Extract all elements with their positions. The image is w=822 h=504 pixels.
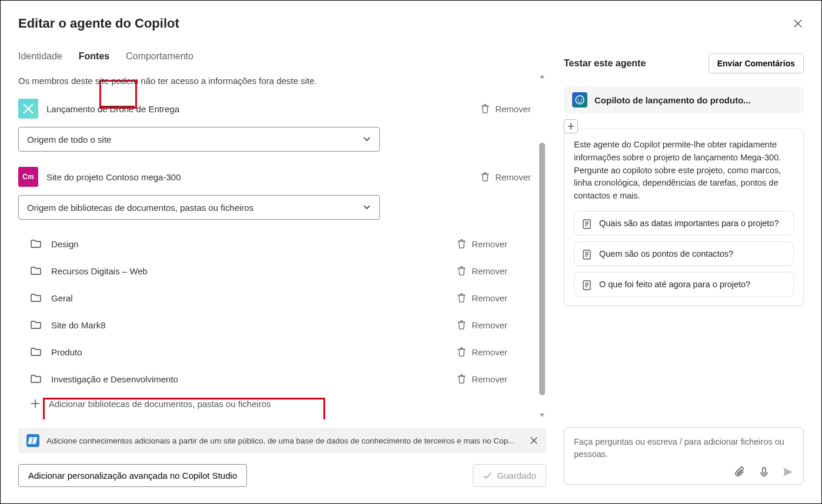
trash-icon xyxy=(480,103,490,114)
tab-identity[interactable]: Identidade xyxy=(18,51,62,68)
close-button[interactable] xyxy=(792,18,804,29)
remove-label: Remover xyxy=(495,172,531,182)
remove-label: Remover xyxy=(472,374,507,384)
add-libraries-button[interactable]: Adicionar bibliotecas de documentos, pas… xyxy=(26,392,534,415)
folder-icon xyxy=(30,238,42,250)
scrollbar[interactable] xyxy=(538,72,546,419)
trash-icon xyxy=(456,266,467,276)
folder-row: Design Remover xyxy=(30,230,534,257)
tabs: Identidade Fontes Comportamento xyxy=(18,51,546,68)
agent-avatar-icon xyxy=(572,92,587,107)
trash-icon xyxy=(456,347,467,357)
test-agent-heading: Testar este agente xyxy=(564,58,646,69)
plus-icon xyxy=(567,122,575,130)
chat-input[interactable]: Faça perguntas ou escreva / para adicion… xyxy=(564,427,804,485)
dropdown-label: Origem de todo o site xyxy=(27,135,111,145)
info-bar: Adicione conhecimentos adicionais a part… xyxy=(18,428,546,453)
remove-label: Remover xyxy=(472,347,507,357)
add-libraries-label: Adicionar bibliotecas de documentos, pas… xyxy=(49,399,271,409)
info-bar-close[interactable] xyxy=(530,436,538,445)
tab-sources[interactable]: Fontes xyxy=(79,51,109,68)
dropdown-site-scope-2[interactable]: Origem de bibliotecas de documentos, pas… xyxy=(18,195,380,220)
mic-icon[interactable] xyxy=(758,466,770,478)
folder-label: Investigação e Desenvolvimento xyxy=(51,374,443,384)
saved-status-button: Guardado xyxy=(473,464,546,487)
folder-icon xyxy=(30,319,42,331)
suggestion-text: Quem são os pontos de contactos? xyxy=(599,248,733,260)
source-site-drone: Lançamento de Drone de Entrega Remover xyxy=(18,94,534,123)
dropdown-site-scope-1[interactable]: Origem de todo o site xyxy=(18,127,380,152)
chat-input-placeholder: Faça perguntas ou escreva / para adicion… xyxy=(574,436,794,462)
remove-label: Remover xyxy=(472,320,507,330)
folder-icon xyxy=(30,346,42,358)
source-site-label: Site do projeto Contoso mega-300 xyxy=(46,172,468,182)
trash-icon xyxy=(456,320,467,330)
folder-icon xyxy=(30,373,42,385)
scrollbar-down[interactable] xyxy=(538,411,546,419)
folder-icon xyxy=(30,292,42,304)
trash-icon xyxy=(456,374,467,384)
remove-site-contoso[interactable]: Remover xyxy=(476,169,534,184)
info-bar-text: Adicione conhecimentos adicionais a part… xyxy=(46,436,523,445)
folder-row: Investigação e Desenvolvimento Remover xyxy=(30,365,534,392)
remove-folder[interactable]: Remover xyxy=(453,371,511,387)
chevron-down-icon xyxy=(363,135,371,143)
page-title: Editar o agente do Copilot xyxy=(18,16,179,31)
remove-site-drone[interactable]: Remover xyxy=(476,101,534,116)
chevron-down-icon xyxy=(363,203,371,211)
tab-behavior[interactable]: Comportamento xyxy=(126,51,193,68)
dropdown-label: Origem de bibliotecas de documentos, pas… xyxy=(27,203,253,213)
trash-icon xyxy=(456,238,467,249)
drone-site-icon xyxy=(18,99,38,119)
note-icon xyxy=(582,280,592,290)
trash-icon xyxy=(456,293,467,303)
send-feedback-button[interactable]: Enviar Comentários xyxy=(709,53,804,73)
scrollbar-thumb[interactable] xyxy=(539,143,545,395)
check-icon xyxy=(483,471,492,481)
agent-header: Copiloto de lançamento do produto... xyxy=(564,86,804,113)
remove-label: Remover xyxy=(472,293,507,303)
remove-folder[interactable]: Remover xyxy=(453,263,511,278)
attach-icon[interactable] xyxy=(735,466,747,478)
folder-label: Design xyxy=(51,239,443,249)
remove-folder[interactable]: Remover xyxy=(453,317,511,332)
send-icon[interactable] xyxy=(782,466,794,478)
folder-icon xyxy=(30,265,42,277)
folder-label: Site do Mark8 xyxy=(51,320,443,330)
scrollbar-up[interactable] xyxy=(538,72,546,80)
contoso-site-icon: Cm xyxy=(18,167,38,187)
remove-label: Remover xyxy=(472,266,507,276)
saved-label: Guardado xyxy=(497,471,536,481)
plus-icon xyxy=(30,398,41,409)
folder-row: Geral Remover xyxy=(30,284,534,311)
folder-row: Site do Mark8 Remover xyxy=(30,311,534,338)
suggestion-text: O que foi feito até agora para o projeto… xyxy=(599,278,750,290)
remove-label: Remover xyxy=(472,239,507,249)
suggestion-text: Quais são as datas importantes para o pr… xyxy=(599,217,778,229)
suggestion-2[interactable]: Quem são os pontos de contactos? xyxy=(574,241,794,266)
suggestion-1[interactable]: Quais são as datas importantes para o pr… xyxy=(574,211,794,236)
agent-intro-text: Este agente do Copilot permite-lhe obter… xyxy=(574,139,794,203)
folder-row: Recursos Digitais – Web Remover xyxy=(30,257,534,284)
folder-label: Produto xyxy=(51,347,443,357)
add-to-chat-button[interactable] xyxy=(564,119,578,133)
remove-folder[interactable]: Remover xyxy=(453,344,511,359)
folder-label: Geral xyxy=(51,293,443,303)
advanced-customization-button[interactable]: Adicionar personalização avançada no Cop… xyxy=(18,464,247,487)
folder-row: Produto Remover xyxy=(30,338,534,365)
trash-icon xyxy=(480,172,490,182)
source-site-contoso: Cm Site do projeto Contoso mega-300 Remo… xyxy=(18,162,534,191)
folder-label: Recursos Digitais – Web xyxy=(51,266,443,276)
sources-note: Os membros deste site podem não ter aces… xyxy=(18,76,534,86)
remove-folder[interactable]: Remover xyxy=(453,236,511,251)
agent-intro-card: Este agente do Copilot permite-lhe obter… xyxy=(564,129,804,306)
agent-name: Copiloto de lançamento do produto... xyxy=(594,95,796,105)
folder-list: Design Remover Recursos Digitais – Web R… xyxy=(18,230,534,392)
copilot-studio-icon xyxy=(26,434,39,447)
note-icon xyxy=(582,219,592,229)
remove-label: Remover xyxy=(495,104,531,114)
suggestion-3[interactable]: O que foi feito até agora para o projeto… xyxy=(574,272,794,297)
note-icon xyxy=(582,249,592,260)
remove-folder[interactable]: Remover xyxy=(453,290,511,305)
source-site-label: Lançamento de Drone de Entrega xyxy=(46,104,468,114)
